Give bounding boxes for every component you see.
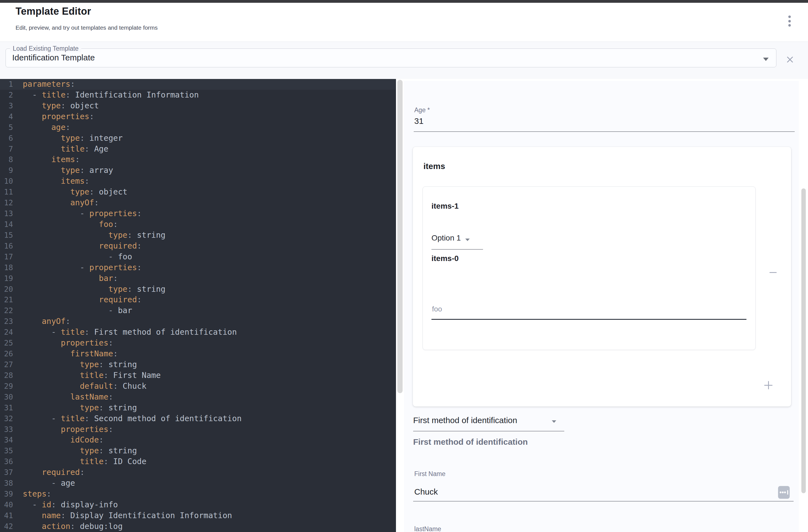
option-select-underline <box>431 249 483 250</box>
template-editor-page: Template Editor Edit, preview, and try o… <box>0 0 808 532</box>
add-item-button[interactable] <box>761 378 775 392</box>
line-number: 20 <box>0 284 13 295</box>
line-number: 23 <box>0 316 13 327</box>
editor-line[interactable]: 9 type: array <box>0 165 396 176</box>
foo-input[interactable] <box>432 305 737 314</box>
editor-line[interactable]: 20 type: string <box>0 284 396 295</box>
editor-line[interactable]: 31 type: string <box>0 403 396 413</box>
page-scrollbar[interactable] <box>801 188 806 493</box>
editor-line[interactable]: 18 - properties: <box>0 262 396 273</box>
editor-line[interactable]: 34 idCode: <box>0 435 396 445</box>
editor-line[interactable]: 40 - id: display-info <box>0 499 396 510</box>
line-number: 30 <box>0 392 13 403</box>
line-number: 40 <box>0 499 13 510</box>
editor-line[interactable]: 7 title: Age <box>0 144 396 155</box>
line-number: 1 <box>0 79 13 90</box>
line-number: 36 <box>0 456 13 467</box>
editor-line[interactable]: 30 lastName: <box>0 392 396 403</box>
editor-line[interactable]: 26 firstName: <box>0 348 396 359</box>
line-number: 31 <box>0 403 13 413</box>
caret-down-icon <box>763 58 769 61</box>
line-number: 22 <box>0 305 13 316</box>
editor-line[interactable]: 2 - title: Identification Information <box>0 90 396 100</box>
line-number: 28 <box>0 370 13 381</box>
editor-line[interactable]: 10 items: <box>0 176 396 187</box>
line-number: 6 <box>0 133 13 144</box>
items-1-title: items-1 <box>431 202 459 211</box>
editor-line[interactable]: 21 required: <box>0 294 396 305</box>
clear-template-button[interactable] <box>785 55 795 64</box>
line-number: 38 <box>0 478 13 489</box>
kebab-dot <box>788 20 791 22</box>
plus-icon <box>768 381 769 389</box>
editor-line[interactable]: 37 required: <box>0 467 396 478</box>
option-select[interactable]: Option 1 <box>431 233 461 243</box>
line-number: 13 <box>0 208 13 219</box>
items-0-title: items-0 <box>431 254 459 263</box>
editor-line[interactable]: 16 required: <box>0 241 396 252</box>
age-field-label: Age * <box>414 107 430 114</box>
autofill-icon[interactable] <box>778 486 790 500</box>
editor-line[interactable]: 11 type: object <box>0 187 396 197</box>
line-number: 26 <box>0 348 13 359</box>
editor-line[interactable]: 14 foo: <box>0 219 396 230</box>
code-editor[interactable]: 1parameters:2 - title: Identification In… <box>0 79 396 532</box>
line-number: 14 <box>0 219 13 230</box>
age-input[interactable] <box>414 116 608 126</box>
editor-line[interactable]: 3 type: object <box>0 100 396 111</box>
editor-line[interactable]: 29 default: Chuck <box>0 381 396 392</box>
editor-line[interactable]: 32 - title: Second method of identificat… <box>0 413 396 424</box>
editor-line[interactable]: 8 items: <box>0 154 396 165</box>
line-number: 8 <box>0 154 13 165</box>
line-number: 42 <box>0 521 13 532</box>
editor-line[interactable]: 15 type: string <box>0 230 396 241</box>
editor-line[interactable]: 24 - title: First method of identificati… <box>0 327 396 338</box>
editor-line[interactable]: 25 properties: <box>0 338 396 348</box>
line-number: 4 <box>0 111 13 122</box>
editor-line[interactable]: 39steps: <box>0 489 396 499</box>
close-icon <box>785 55 795 64</box>
line-number: 25 <box>0 338 13 348</box>
line-number: 3 <box>0 100 13 111</box>
more-options-button[interactable] <box>786 16 793 26</box>
line-number: 2 <box>0 90 13 100</box>
editor-line[interactable]: 35 type: string <box>0 445 396 456</box>
line-number: 27 <box>0 359 13 370</box>
identification-method-select[interactable]: First method of identification <box>413 416 517 425</box>
line-number: 24 <box>0 327 13 338</box>
line-number: 39 <box>0 489 13 499</box>
caret-down-icon <box>552 420 556 423</box>
items-section-title: items <box>423 162 445 171</box>
editor-line[interactable]: 41 name: Display Identification Informat… <box>0 510 396 521</box>
editor-line[interactable]: 1parameters: <box>0 79 396 90</box>
line-number: 19 <box>0 273 13 284</box>
remove-item-button[interactable] <box>766 265 780 280</box>
editor-line[interactable]: 17 - foo <box>0 252 396 262</box>
editor-line[interactable]: 36 title: ID Code <box>0 456 396 467</box>
line-number: 18 <box>0 262 13 273</box>
editor-line[interactable]: 27 type: string <box>0 359 396 370</box>
foo-underline-focused <box>431 319 747 320</box>
editor-line[interactable]: 12 anyOf: <box>0 197 396 208</box>
line-number: 7 <box>0 144 13 155</box>
editor-line[interactable]: 5 age: <box>0 122 396 133</box>
editor-line[interactable]: 38 - age <box>0 478 396 489</box>
line-number: 11 <box>0 187 13 197</box>
editor-line[interactable]: 42 action: debug:log <box>0 521 396 532</box>
editor-line[interactable]: 6 type: integer <box>0 133 396 144</box>
editor-scrollbar[interactable] <box>397 80 403 393</box>
line-number: 15 <box>0 230 13 241</box>
editor-line[interactable]: 4 properties: <box>0 111 396 122</box>
editor-line[interactable]: 19 bar: <box>0 273 396 284</box>
editor-line[interactable]: 28 title: First Name <box>0 370 396 381</box>
line-number: 32 <box>0 413 13 424</box>
editor-line[interactable]: 13 - properties: <box>0 208 396 219</box>
editor-line[interactable]: 33 properties: <box>0 424 396 435</box>
editor-line[interactable]: 22 - bar <box>0 305 396 316</box>
editor-line[interactable]: 23 anyOf: <box>0 316 396 327</box>
line-number: 9 <box>0 165 13 176</box>
line-number: 17 <box>0 252 13 262</box>
load-template-select[interactable] <box>5 49 776 67</box>
first-name-input[interactable] <box>414 487 747 496</box>
method-select-underline <box>413 431 564 432</box>
